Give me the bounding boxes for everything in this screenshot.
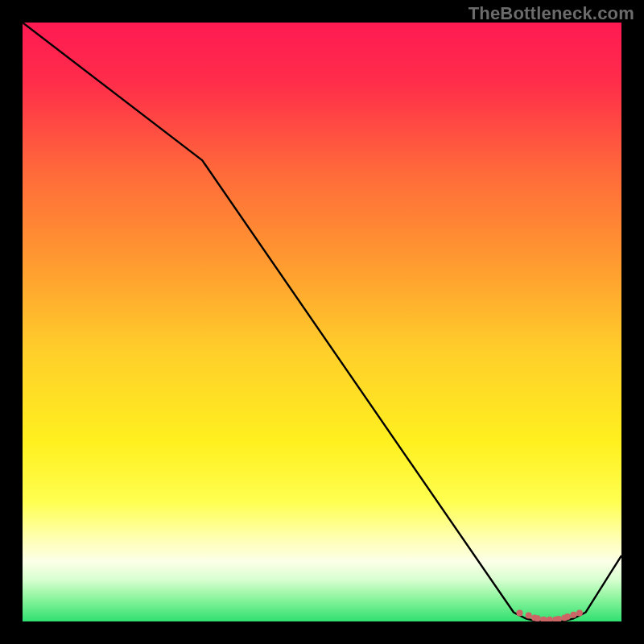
marker-point [540,617,547,621]
marker-point [526,613,532,619]
marker-point [535,615,541,621]
watermark-text: TheBottleneck.com [469,3,634,24]
main-curve [23,23,621,621]
marker-point [576,610,583,617]
marker-point [564,613,571,620]
curve-layer [23,23,621,621]
plot-area [23,23,621,621]
marker-point [517,610,523,617]
chart-frame: TheBottleneck.com [0,0,644,644]
marker-cluster [517,610,583,621]
marker-point [547,617,553,621]
marker-point [571,612,577,618]
